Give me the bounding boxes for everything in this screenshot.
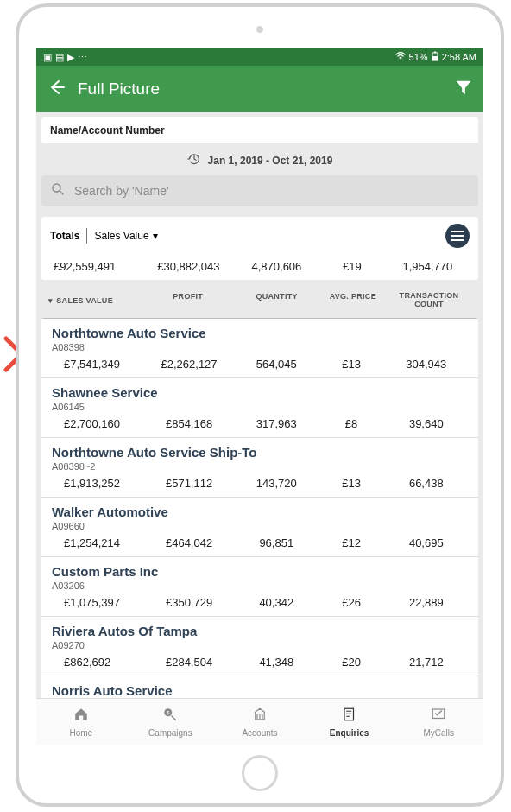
name-account-header[interactable]: Name/Account Number xyxy=(41,117,478,143)
row-name: Norris Auto Service xyxy=(52,683,468,698)
page-title: Full Picture xyxy=(78,79,442,98)
sort-dropdown[interactable]: Sales Value ▾ xyxy=(94,230,157,242)
row-account: A03206 xyxy=(52,580,468,591)
back-button[interactable] xyxy=(47,78,66,101)
table-row[interactable]: Northtowne Auto Service Ship-ToA08398~2£… xyxy=(41,437,478,497)
row-sales: £1,254,214 xyxy=(52,536,143,549)
row-sales: £1,075,397 xyxy=(52,596,143,609)
row-quantity: 317,963 xyxy=(235,417,318,430)
android-status-bar: ▣ ▤ ▶ ⋯ 51% 2:58 AM xyxy=(36,48,483,66)
mycalls-icon xyxy=(430,707,447,726)
svg-point-3 xyxy=(53,184,60,192)
svg-rect-2 xyxy=(432,56,438,60)
hardware-home-button[interactable] xyxy=(242,755,278,791)
row-name: Northtowne Auto Service xyxy=(52,326,468,340)
row-txn-count: 21,712 xyxy=(385,656,468,669)
row-avg-price: £13 xyxy=(318,477,384,490)
row-name: Riviera Autos Of Tampa xyxy=(52,624,468,638)
row-txn-count: 66,438 xyxy=(385,477,468,490)
row-name: Northtowne Auto Service Ship-To xyxy=(52,445,468,460)
home-icon xyxy=(73,707,90,726)
totals-sales: £92,559,491 xyxy=(50,260,142,273)
totals-quantity: 4,870,606 xyxy=(235,260,319,273)
table-row[interactable]: Riviera Autos Of TampaA09270£862,692£284… xyxy=(41,616,478,676)
wifi-icon xyxy=(395,52,406,62)
totals-label: Totals xyxy=(50,230,79,242)
row-account: A09660 xyxy=(52,521,468,531)
table-row[interactable]: Northtowne Auto ServiceA08398£7,541,349£… xyxy=(41,318,478,377)
svg-rect-1 xyxy=(434,52,436,54)
nav-item-accounts[interactable]: Accounts xyxy=(215,707,305,738)
image-icon: ▤ xyxy=(55,52,64,63)
row-quantity: 41,348 xyxy=(235,656,318,669)
col-sales[interactable]: ▾ SALES VALUE xyxy=(48,292,142,309)
status-time: 2:58 AM xyxy=(442,52,476,62)
row-sales: £2,700,160 xyxy=(52,417,143,430)
battery-percent: 51% xyxy=(409,52,428,62)
app-bar: Full Picture xyxy=(36,66,483,112)
search-input[interactable] xyxy=(74,184,470,198)
row-quantity: 96,851 xyxy=(235,536,318,549)
row-profit: £854,168 xyxy=(143,417,235,430)
col-profit[interactable]: PROFIT xyxy=(142,292,235,309)
row-name: Custom Parts Inc xyxy=(52,564,468,579)
row-quantity: 143,720 xyxy=(235,477,318,490)
nav-label: Home xyxy=(69,728,92,738)
row-quantity: 40,342 xyxy=(235,596,318,609)
menu-button[interactable] xyxy=(445,224,470,248)
col-avg-price[interactable]: AVG. PRICE xyxy=(319,292,387,309)
row-quantity: 564,045 xyxy=(235,358,318,371)
nav-label: Enquiries xyxy=(330,728,369,738)
filter-button[interactable] xyxy=(454,78,473,101)
battery-icon xyxy=(432,51,438,63)
nav-item-home[interactable]: Home xyxy=(36,707,126,738)
nav-label: MyCalls xyxy=(423,728,454,738)
row-sales: £862,692 xyxy=(52,656,143,669)
nav-item-mycalls[interactable]: MyCalls xyxy=(394,707,483,738)
row-txn-count: 22,889 xyxy=(385,596,468,609)
table-row[interactable]: Walker AutomotiveA09660£1,254,214£464,04… xyxy=(41,497,478,556)
table-row[interactable]: Custom Parts IncA03206£1,075,397£350,729… xyxy=(41,556,478,616)
totals-avg-price: £19 xyxy=(319,260,386,273)
totals-values: £92,559,491 £30,882,043 4,870,606 £19 1,… xyxy=(50,260,470,278)
row-account: A06145 xyxy=(52,402,468,412)
col-txn-count[interactable]: TRANSACTION COUNT xyxy=(387,292,471,309)
date-range-text: Jan 1, 2019 - Oct 21, 2019 xyxy=(208,155,333,167)
chevron-down-icon: ▾ xyxy=(153,230,158,242)
col-quantity[interactable]: QUANTITY xyxy=(235,292,319,309)
row-txn-count: 40,695 xyxy=(385,536,468,549)
date-range-row[interactable]: Jan 1, 2019 - Oct 21, 2019 xyxy=(36,143,483,175)
row-profit: £284,504 xyxy=(143,656,235,669)
history-icon xyxy=(187,152,201,168)
search-row[interactable] xyxy=(41,175,478,206)
row-txn-count: 304,943 xyxy=(385,358,468,371)
row-sales: £7,541,349 xyxy=(52,358,143,371)
nav-item-campaigns[interactable]: $Campaigns xyxy=(126,707,216,738)
screen: ▣ ▤ ▶ ⋯ 51% 2:58 AM Full Picture xyxy=(36,48,483,745)
row-profit: £464,042 xyxy=(143,536,235,549)
nav-item-enquiries[interactable]: Enquiries xyxy=(305,707,394,738)
tablet-frame: ▣ ▤ ▶ ⋯ 51% 2:58 AM Full Picture xyxy=(16,3,504,807)
table-row[interactable]: Shawnee ServiceA06145£2,700,160£854,1683… xyxy=(41,377,478,437)
row-profit: £350,729 xyxy=(143,596,235,609)
accounts-icon xyxy=(251,707,268,726)
search-icon xyxy=(50,181,66,200)
column-headers: ▾ SALES VALUE PROFIT QUANTITY AVG. PRICE… xyxy=(36,280,483,318)
row-profit: £571,112 xyxy=(143,477,235,490)
row-avg-price: £13 xyxy=(318,358,384,371)
totals-card: Totals Sales Value ▾ £92,559,491 £30,882… xyxy=(41,217,478,280)
briefcase-icon: ▣ xyxy=(43,52,52,63)
row-sales: £1,913,252 xyxy=(52,477,143,490)
svg-rect-6 xyxy=(344,708,354,720)
row-account: A08398~2 xyxy=(52,461,468,472)
totals-txn-count: 1,954,770 xyxy=(386,260,470,273)
content-area: Name/Account Number Jan 1, 2019 - Oct 21… xyxy=(36,112,483,698)
table-row[interactable]: Norris Auto ServiceA08098£421,996£148,02… xyxy=(41,676,478,698)
totals-profit: £30,882,043 xyxy=(142,260,235,273)
row-account: A08398 xyxy=(52,342,468,352)
more-icon: ⋯ xyxy=(78,52,87,63)
data-rows[interactable]: Northtowne Auto ServiceA08398£7,541,349£… xyxy=(41,318,478,698)
row-name: Shawnee Service xyxy=(52,385,468,400)
row-account: A09270 xyxy=(52,640,468,650)
row-avg-price: £12 xyxy=(318,536,384,549)
